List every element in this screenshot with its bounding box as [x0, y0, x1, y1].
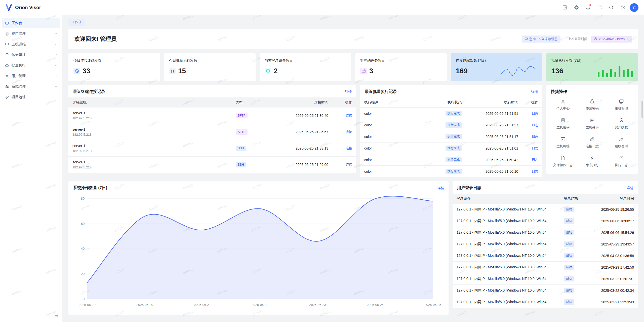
app-check-icon[interactable] — [560, 3, 569, 12]
svg-text:80: 80 — [81, 197, 85, 200]
app-logo-icon — [5, 4, 13, 11]
asset-icon — [5, 32, 9, 36]
quick-action-label: 主机管理 — [615, 106, 628, 111]
sidebar-item-5[interactable]: 用户管理 — [2, 71, 60, 81]
login-device: 127.0.0.1 - 内网IP - Mozilla/5.0 (Windows … — [453, 296, 560, 308]
workbench-icon — [5, 21, 9, 25]
notifications-bell-icon[interactable] — [584, 3, 592, 12]
link-icon — [5, 95, 9, 99]
safe-icon — [560, 118, 566, 123]
sidebar-item-4[interactable]: 批量执行 — [2, 60, 60, 70]
log-link[interactable]: 日志 — [532, 146, 538, 150]
sidebar-item-label: 主机运维 — [12, 42, 54, 47]
quick-action-shieldcheck[interactable]: 资产授权 — [607, 118, 636, 130]
quick-action-safe[interactable]: 主机密钥 — [548, 118, 578, 130]
quick-action-idcard[interactable]: 主机身份 — [578, 118, 607, 130]
login-time: 2025-06-06 15:54:26 — [589, 227, 638, 238]
batch-record-row: color 执行完成 2025-06-25 21:51:37 日志 — [360, 119, 542, 131]
host-icon — [5, 42, 9, 46]
exec-time: 2025-06-25 21:51:17 — [466, 131, 522, 142]
breadcrumb-item-workbench[interactable]: 工作台 — [68, 19, 85, 26]
sidebar-item-0[interactable]: 工作台 — [2, 18, 60, 28]
connect-link[interactable]: 连接 — [346, 146, 352, 150]
log-link[interactable]: 日志 — [532, 112, 538, 115]
host-ip: 182.92.5.218 — [72, 165, 228, 170]
brand: Orion Visor — [5, 4, 41, 11]
doclist-icon — [619, 156, 624, 161]
protocol-tag: SSH — [236, 146, 246, 151]
main-content: 工作台 欢迎回来! 管理员 您有 15 条未读消息 上次登录时间 2025-06… — [62, 15, 644, 319]
theme-sun-icon[interactable] — [572, 3, 581, 12]
column-header: 登录结果 — [560, 194, 589, 204]
sidebar-item-label: 资产管理 — [12, 31, 54, 36]
batch-record-row: color 执行完成 2025-06-25 21:50:42 日志 — [360, 154, 542, 166]
stat-card-4: 连接终端次数 (7日) 169 — [451, 53, 542, 81]
host-name: server-1 — [72, 160, 228, 165]
quick-action-bolt[interactable]: 命令执行 — [578, 156, 607, 167]
sidebar-item-7[interactable]: 项目地址 — [2, 92, 60, 102]
user-avatar[interactable]: 管 — [630, 3, 638, 12]
quick-action-desktop[interactable]: 主机管理 — [607, 99, 636, 111]
unread-messages-badge[interactable]: 您有 15 条未读消息 — [522, 35, 561, 43]
log-link[interactable]: 日志 — [532, 169, 538, 173]
login-log-row: 127.0.0.1 - 内网IP - Mozilla/5.0 (Windows … — [453, 273, 638, 285]
batch-record-row: color 执行完成 2025-06-25 21:51:51 日志 — [360, 108, 542, 119]
welcome-title: 欢迎回来! 管理员 — [74, 35, 116, 43]
log-link[interactable]: 日志 — [532, 135, 538, 138]
stat-value: 33 — [83, 67, 90, 75]
quick-action-user[interactable]: 个人中心 — [548, 99, 578, 111]
svg-text:2025-06-23: 2025-06-23 — [309, 303, 326, 307]
login-time: 2025-06-25 19:26:55 — [589, 204, 638, 215]
log-link[interactable]: 日志 — [532, 123, 538, 127]
column-header: 连接主机 — [68, 97, 232, 108]
login-time: 2025-03-22 00:42:34 — [589, 285, 638, 296]
login-device: 127.0.0.1 - 内网IP - Mozilla/5.0 (Windows … — [453, 273, 560, 285]
sidebar-item-6[interactable]: 系统管理 — [2, 82, 60, 92]
exec-status-tag: 执行完成 — [446, 134, 462, 139]
protocol-tag: SFTP — [236, 113, 248, 118]
system-operations-chart: 0204060802025-06-192025-06-202025-06-212… — [68, 194, 449, 315]
connect-link[interactable]: 连接 — [346, 114, 352, 117]
batch-records-title: 最近批量执行记录 — [365, 89, 397, 94]
exec-description: color — [360, 154, 428, 166]
sidebar-item-2[interactable]: 主机运维 — [2, 39, 60, 49]
exec-status-tag: 执行完成 — [446, 122, 462, 128]
quick-action-lock[interactable]: 修改密码 — [578, 99, 607, 111]
quick-action-label: 连接日志 — [586, 144, 599, 149]
login-logs-detail-link[interactable]: 详情 — [627, 186, 633, 190]
exec-time: 2025-06-25 21:51:51 — [466, 108, 522, 119]
connect-link[interactable]: 连接 — [346, 130, 352, 134]
quick-action-terminal[interactable]: 主机终端 — [548, 137, 578, 149]
exec-description: color — [360, 108, 428, 119]
desktop-icon — [619, 99, 624, 104]
sidebar-item-label: 系统管理 — [12, 84, 54, 89]
system-operations-title: 系统操作数量 (7日) — [73, 185, 107, 191]
exec-status-tag: 执行完成 — [446, 169, 462, 174]
quick-action-file[interactable]: 文件操作日志 — [548, 156, 578, 167]
sidebar-item-1[interactable]: 资产管理 — [2, 29, 60, 39]
quick-action-people[interactable]: 在线会话 — [607, 137, 636, 149]
login-device: 127.0.0.1 - 内网IP - Mozilla/5.0 (Windows … — [453, 238, 560, 250]
system-operations-detail-link[interactable]: 详情 — [437, 186, 444, 190]
collapse-sidebar-icon[interactable] — [55, 315, 59, 319]
fullscreen-icon[interactable] — [595, 3, 604, 12]
connect-link[interactable]: 连接 — [346, 163, 352, 166]
last-login-time-text: 2025-06-25 19:26:55 — [599, 37, 629, 41]
terminal-record-row: server-1 182.92.5.218 SSH 2025-06-25 21:… — [68, 140, 356, 157]
quick-action-chain[interactable]: 连接日志 — [578, 137, 607, 149]
settings-gear-icon[interactable] — [618, 3, 627, 12]
file-icon — [560, 156, 566, 161]
sidebar-item-3[interactable]: 运维审计 — [2, 50, 60, 60]
scrollbar-thumb[interactable] — [641, 101, 643, 118]
column-header: 登录设备 — [453, 194, 560, 204]
batch-records-detail-link[interactable]: 详情 — [531, 90, 538, 94]
quick-action-label: 主机终端 — [556, 144, 570, 149]
log-link[interactable]: 日志 — [532, 158, 538, 162]
braces-icon — [169, 68, 176, 74]
login-logs-title: 用户登录日志 — [457, 185, 481, 191]
unread-messages-text: 您有 15 条未读消息 — [530, 37, 558, 41]
refresh-icon[interactable] — [607, 3, 615, 12]
quick-action-doclist[interactable]: 执行日志 — [607, 156, 636, 167]
exec-description: color — [360, 166, 428, 177]
terminal-records-detail-link[interactable]: 详情 — [345, 90, 352, 94]
